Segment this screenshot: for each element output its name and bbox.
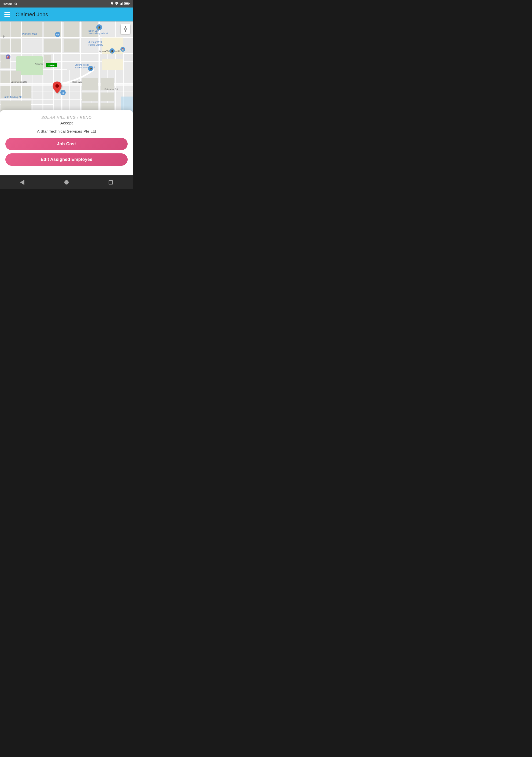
svg-text:Public Library: Public Library [88, 44, 103, 46]
nav-recent-button[interactable] [106, 177, 116, 187]
nav-home-button[interactable] [62, 177, 71, 187]
svg-rect-54 [1, 71, 10, 83]
svg-text:🛍: 🛍 [62, 91, 64, 94]
svg-rect-45 [11, 22, 21, 37]
svg-rect-3 [121, 3, 122, 5]
svg-text:EW28: EW28 [48, 64, 54, 67]
svg-rect-65 [82, 93, 98, 101]
svg-text:Enterprise Rd: Enterprise Rd [104, 88, 118, 90]
recent-icon [108, 180, 113, 185]
partial-job-title: SOLAR HILL ENG / RENO [5, 115, 128, 120]
svg-rect-66 [101, 93, 114, 101]
title-underline [0, 21, 133, 21]
location-status-icon [111, 2, 113, 6]
svg-text:Boon Way: Boon Way [73, 81, 82, 83]
svg-text:🎓: 🎓 [89, 67, 93, 70]
svg-rect-49 [1, 39, 10, 52]
svg-rect-5 [123, 2, 123, 5]
my-location-button[interactable] [121, 24, 130, 34]
status-bar: 12:38 ⚙ [0, 0, 133, 8]
wifi-icon [115, 2, 119, 6]
svg-rect-2 [121, 4, 121, 5]
edit-assigned-employee-button[interactable]: Edit Assigned Employee [5, 153, 128, 166]
svg-rect-42 [102, 59, 123, 70]
gear-icon: ⚙ [14, 2, 17, 6]
hamburger-menu[interactable] [4, 12, 10, 16]
status-right [111, 2, 130, 6]
svg-rect-60 [1, 101, 31, 111]
svg-text:Upper Jurong Rd: Upper Jurong Rd [11, 81, 27, 83]
svg-rect-50 [11, 39, 21, 52]
hamburger-line-1 [4, 12, 10, 13]
svg-text:Jurong West: Jurong West [88, 41, 102, 44]
nav-back-button[interactable] [17, 177, 27, 187]
svg-text:Secondary School: Secondary School [88, 32, 108, 35]
location-target-icon [123, 26, 128, 32]
svg-rect-7 [129, 3, 130, 4]
home-icon [64, 180, 69, 185]
svg-point-0 [116, 4, 117, 5]
status-time: 12:38 [3, 2, 12, 6]
battery-icon [124, 2, 130, 6]
svg-rect-1 [120, 4, 120, 5]
accept-label: Accept [5, 121, 128, 125]
svg-text:🎓: 🎓 [98, 26, 101, 29]
svg-rect-4 [122, 2, 123, 5]
company-name: A Star Technical Services Pte Ltd [5, 129, 128, 134]
job-cost-button[interactable]: Job Cost [5, 138, 128, 150]
hamburger-line-2 [4, 14, 10, 15]
top-app-bar: Claimed Jobs [0, 8, 133, 21]
svg-rect-48 [64, 22, 79, 37]
signal-icon [120, 2, 123, 6]
bottom-sheet: SOLAR HILL ENG / RENO Accept A Star Tech… [0, 110, 133, 175]
nav-bar [0, 175, 133, 189]
svg-text:Pioneer Mall: Pioneer Mall [22, 32, 37, 35]
page-title: Claimed Jobs [15, 12, 48, 18]
partial-title-text: SOLAR HILL ENG / RENO [41, 115, 92, 120]
svg-text:Pioneer: Pioneer [35, 63, 43, 65]
svg-rect-52 [64, 39, 79, 52]
svg-text:🎓: 🎓 [111, 49, 114, 53]
svg-text:✝: ✝ [2, 35, 5, 39]
svg-text:⛽: ⛽ [7, 55, 10, 59]
map-pin-marker [52, 81, 62, 94]
svg-rect-51 [44, 39, 61, 52]
back-icon [20, 180, 24, 185]
svg-text:📚: 📚 [122, 48, 125, 51]
svg-point-107 [55, 84, 59, 88]
hamburger-line-3 [4, 16, 10, 16]
svg-rect-64 [82, 78, 98, 90]
svg-text:Jurong West: Jurong West [75, 64, 89, 66]
svg-text:Boon Lay: Boon Lay [88, 29, 99, 32]
svg-text:🛍: 🛍 [56, 33, 59, 36]
svg-rect-59 [22, 86, 31, 98]
svg-text:Hurda Trading Pte: Hurda Trading Pte [3, 96, 22, 98]
status-left: 12:38 ⚙ [3, 2, 17, 6]
svg-point-102 [125, 28, 127, 30]
svg-rect-8 [125, 3, 129, 4]
